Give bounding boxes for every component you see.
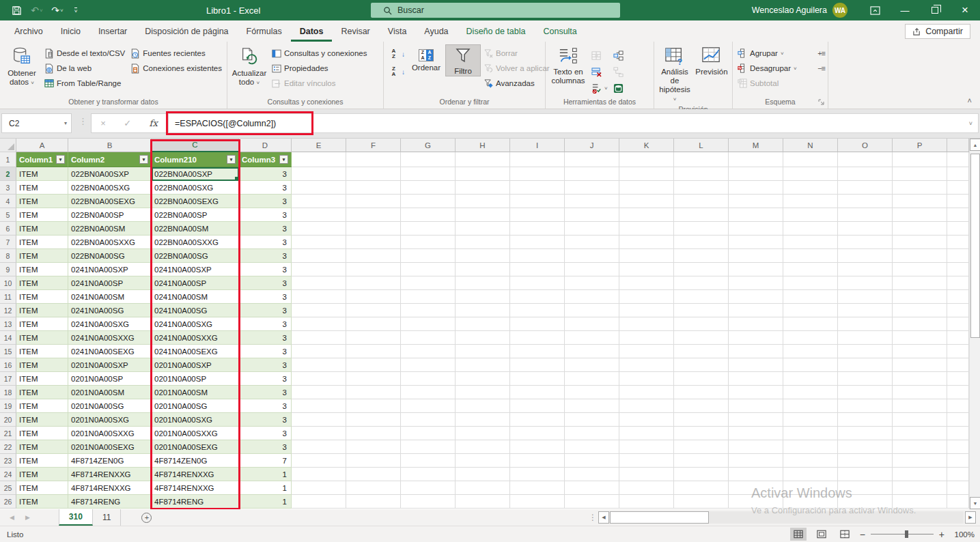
- cell-J5[interactable]: [565, 208, 619, 222]
- cell-E13[interactable]: [292, 317, 346, 331]
- search-box[interactable]: Buscar: [371, 3, 620, 18]
- cell-G26[interactable]: [401, 495, 456, 509]
- cell-I19[interactable]: [510, 399, 565, 413]
- forecast-sheet-button[interactable]: Previsión: [694, 44, 729, 76]
- advanced-filter-button[interactable]: Avanzadas: [482, 76, 552, 91]
- row-header-7[interactable]: 7: [0, 236, 16, 249]
- cell-B21[interactable]: 0201N0A00SXXG: [68, 427, 152, 440]
- cell-D9[interactable]: 3: [239, 263, 292, 276]
- cell-G10[interactable]: [401, 276, 456, 290]
- cell-F5[interactable]: [346, 208, 401, 222]
- sheet-tab-310[interactable]: 310: [59, 509, 93, 526]
- cell-P10[interactable]: [893, 276, 947, 290]
- select-all-button[interactable]: [0, 139, 16, 152]
- enter-button[interactable]: ✓: [124, 118, 131, 128]
- cell-partial13[interactable]: [947, 317, 969, 331]
- cell-H11[interactable]: [456, 290, 510, 304]
- row-header-24[interactable]: 24: [0, 468, 16, 481]
- cell-partial18[interactable]: [947, 386, 969, 399]
- sheet-nav-right-icon[interactable]: ▶: [25, 514, 30, 521]
- column-header-L[interactable]: L: [674, 139, 729, 152]
- cell-N5[interactable]: [783, 208, 838, 222]
- cell-N10[interactable]: [783, 276, 838, 290]
- column-header-E[interactable]: E: [292, 139, 346, 152]
- cell-L13[interactable]: [674, 317, 729, 331]
- cell-K1[interactable]: [619, 152, 674, 167]
- cell-K25[interactable]: [619, 481, 674, 495]
- cell-partial14[interactable]: [947, 331, 969, 345]
- cell-K12[interactable]: [619, 304, 674, 317]
- refresh-all-button[interactable]: Actualizar todo ˅: [230, 44, 268, 87]
- cell-C25[interactable]: 4F8714RENXXG: [152, 481, 239, 495]
- cell-D25[interactable]: 1: [239, 481, 292, 495]
- cell-O22[interactable]: [838, 440, 893, 454]
- cell-partial5[interactable]: [947, 208, 969, 222]
- row-header-12[interactable]: 12: [0, 304, 16, 317]
- cell-O4[interactable]: [838, 195, 893, 208]
- cell-D16[interactable]: 3: [239, 358, 292, 372]
- cell-J7[interactable]: [565, 236, 619, 249]
- cell-partial17[interactable]: [947, 372, 969, 386]
- cell-N16[interactable]: [783, 358, 838, 372]
- row-header-18[interactable]: 18: [0, 386, 16, 399]
- cell-J11[interactable]: [565, 290, 619, 304]
- cell-A20[interactable]: ITEM: [16, 413, 68, 427]
- cell-M21[interactable]: [729, 427, 783, 440]
- cell-I24[interactable]: [510, 468, 565, 481]
- cell-O20[interactable]: [838, 413, 893, 427]
- cell-K23[interactable]: [619, 454, 674, 468]
- cell-P25[interactable]: [893, 481, 947, 495]
- cell-H12[interactable]: [456, 304, 510, 317]
- cell-K9[interactable]: [619, 263, 674, 276]
- cell-L2[interactable]: [674, 167, 729, 181]
- cell-J13[interactable]: [565, 317, 619, 331]
- cell-I16[interactable]: [510, 358, 565, 372]
- data-validation-button[interactable]: ˅: [589, 80, 610, 96]
- cell-partial21[interactable]: [947, 427, 969, 440]
- cell-J22[interactable]: [565, 440, 619, 454]
- flash-fill-button[interactable]: [589, 47, 610, 63]
- cell-G21[interactable]: [401, 427, 456, 440]
- cell-E25[interactable]: [292, 481, 346, 495]
- undo-button[interactable]: ↶˅: [27, 1, 46, 19]
- cell-P13[interactable]: [893, 317, 947, 331]
- cell-K10[interactable]: [619, 276, 674, 290]
- cell-P4[interactable]: [893, 195, 947, 208]
- cell-J23[interactable]: [565, 454, 619, 468]
- cell-H14[interactable]: [456, 331, 510, 345]
- cell-N6[interactable]: [783, 222, 838, 236]
- minimize-button[interactable]: —: [890, 0, 920, 20]
- show-detail-button[interactable]: +≡: [817, 49, 825, 57]
- cell-F16[interactable]: [346, 358, 401, 372]
- cell-I26[interactable]: [510, 495, 565, 509]
- cell-K3[interactable]: [619, 181, 674, 195]
- cell-O6[interactable]: [838, 222, 893, 236]
- cell-B14[interactable]: 0241N0A00SXXG: [68, 331, 152, 345]
- cell-B24[interactable]: 4F8714RENXXG: [68, 468, 152, 481]
- cell-O5[interactable]: [838, 208, 893, 222]
- cell-D4[interactable]: 3: [239, 195, 292, 208]
- cell-K13[interactable]: [619, 317, 674, 331]
- cell-N18[interactable]: [783, 386, 838, 399]
- cell-I17[interactable]: [510, 372, 565, 386]
- cell-N26[interactable]: [783, 495, 838, 509]
- cell-F3[interactable]: [346, 181, 401, 195]
- cell-B22[interactable]: 0201N0A00SEXG: [68, 440, 152, 454]
- cell-C14[interactable]: 0241N0A00SXXG: [152, 331, 239, 345]
- cell-A18[interactable]: ITEM: [16, 386, 68, 399]
- cell-A22[interactable]: ITEM: [16, 440, 68, 454]
- cell-A14[interactable]: ITEM: [16, 331, 68, 345]
- cell-L5[interactable]: [674, 208, 729, 222]
- from-web-button[interactable]: De la web: [42, 61, 127, 76]
- cell-B8[interactable]: 022BN0A00SG: [68, 249, 152, 263]
- cell-E11[interactable]: [292, 290, 346, 304]
- cell-F11[interactable]: [346, 290, 401, 304]
- cell-M8[interactable]: [729, 249, 783, 263]
- cell-A21[interactable]: ITEM: [16, 427, 68, 440]
- cell-L4[interactable]: [674, 195, 729, 208]
- cell-M4[interactable]: [729, 195, 783, 208]
- cell-D13[interactable]: 3: [239, 317, 292, 331]
- sort-ascending-button[interactable]: AZ↓: [387, 47, 407, 61]
- cell-partial4[interactable]: [947, 195, 969, 208]
- cell-D23[interactable]: 7: [239, 454, 292, 468]
